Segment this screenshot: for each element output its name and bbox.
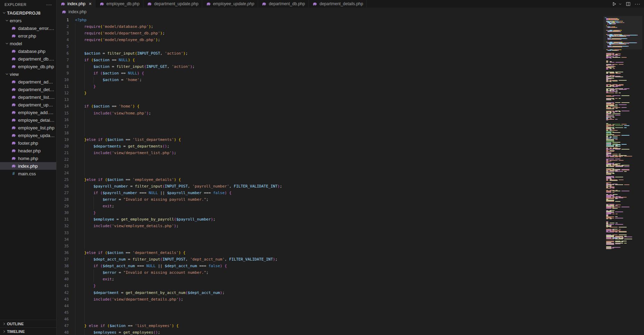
sidebar-item-footer-php[interactable]: footer.php (0, 139, 56, 147)
line-number[interactable]: 19 (57, 137, 69, 142)
line-number[interactable]: 15 (57, 111, 69, 115)
code-line[interactable]: 19 }else if ($action == 'list_department… (57, 136, 599, 143)
code-line[interactable]: 18 (57, 130, 599, 136)
line-number[interactable]: 1 (57, 18, 69, 22)
line-number[interactable]: 14 (57, 104, 69, 109)
line-number[interactable]: 13 (57, 97, 69, 102)
line-number[interactable]: 25 (57, 177, 69, 182)
line-number[interactable]: 17 (57, 124, 69, 129)
line-number[interactable]: 11 (57, 84, 69, 89)
line-number[interactable]: 26 (57, 184, 69, 189)
code-line[interactable]: 12 } (57, 90, 599, 96)
sidebar-item-model[interactable]: model (0, 40, 56, 47)
line-number[interactable]: 7 (57, 58, 69, 62)
code-line[interactable]: 13 (57, 96, 599, 103)
line-number[interactable]: 23 (57, 164, 69, 168)
line-number[interactable]: 20 (57, 144, 69, 149)
code-line[interactable]: 24 (57, 170, 599, 176)
tab-department-update-php[interactable]: department_update.php (143, 0, 202, 8)
sidebar-item-department-add-php[interactable]: department_add.php (0, 78, 56, 86)
code-line[interactable]: 7 if ($action == NULL) { (57, 57, 599, 63)
tab-employee-db-php[interactable]: employee_db.php (96, 0, 143, 8)
code-line[interactable]: 21 include('view/department_list.php'); (57, 150, 599, 156)
tab-department-db-php[interactable]: department_db.php (258, 0, 309, 8)
code-line[interactable]: 28 $error = "Invalid or missing payroll … (57, 196, 599, 203)
code-line[interactable]: 41 } (57, 282, 599, 289)
line-number[interactable]: 39 (57, 270, 69, 275)
code-line[interactable]: 14 if ($action == 'home') { (57, 103, 599, 110)
more-actions-icon[interactable]: ··· (46, 3, 52, 6)
code-line[interactable]: 40 exit; (57, 276, 599, 282)
code-line[interactable]: 39 $error = "Invalid or missing account … (57, 269, 599, 276)
code-line[interactable]: 11 } (57, 83, 599, 90)
code-editor[interactable]: 1<?php2 require('model/database.php');3 … (57, 16, 644, 335)
sidebar-item-employee-db-php[interactable]: employee_db.php (0, 63, 56, 70)
line-number[interactable]: 28 (57, 197, 69, 202)
line-number[interactable]: 27 (57, 191, 69, 195)
line-number[interactable]: 41 (57, 284, 69, 288)
code-line[interactable]: 26 $payroll_number = filter_input(INPUT_… (57, 183, 599, 190)
code-line[interactable]: 37 $dept_acct_num = filter_input(INPUT_P… (57, 256, 599, 263)
sidebar-item-home-php[interactable]: home.php (0, 154, 56, 162)
code-line[interactable]: 43 include('view/department_details.php'… (57, 296, 599, 303)
split-editor-button[interactable] (626, 2, 630, 6)
sidebar-item-error-php[interactable]: error.php (0, 32, 56, 40)
line-number[interactable]: 44 (57, 304, 69, 308)
code-line[interactable]: 8 $action = filter_input(INPUT_GET, 'act… (57, 63, 599, 70)
code-line[interactable]: 5 (57, 43, 599, 50)
line-number[interactable]: 47 (57, 324, 69, 328)
code-line[interactable]: 25 }else if ($action == 'employee_detail… (57, 176, 599, 183)
sidebar-item-department-db-php[interactable]: department_db.php (0, 55, 56, 63)
code-line[interactable]: 29 exit; (57, 203, 599, 209)
breadcrumb-item-file[interactable]: index.php (68, 9, 86, 14)
sidebar-item-main-css[interactable]: #main.css (0, 170, 56, 177)
code-line[interactable]: 44 (57, 303, 599, 309)
code-line[interactable]: 16 (57, 117, 599, 123)
code-line[interactable]: 15 include('view/home.php'); (57, 110, 599, 117)
timeline-panel-header[interactable]: TIMELINE (0, 327, 56, 335)
line-number[interactable]: 4 (57, 38, 69, 42)
code-line[interactable]: 3 require('model/department_db.php'); (57, 30, 599, 37)
line-number[interactable]: 32 (57, 224, 69, 228)
code-line[interactable]: 36 }else if ($action == 'department_deta… (57, 249, 599, 256)
line-number[interactable]: 36 (57, 250, 69, 255)
sidebar-root-folder[interactable]: TAGERDPROJ8 (0, 9, 56, 17)
code-line[interactable]: 46 (57, 316, 599, 322)
sidebar-item-department-list-php[interactable]: department_list.php (0, 93, 56, 101)
line-number[interactable]: 9 (57, 71, 69, 75)
close-icon[interactable]: ✕ (89, 2, 92, 6)
code-line[interactable]: 42 $department = get_department_by_acct_… (57, 289, 599, 296)
line-number[interactable]: 22 (57, 157, 69, 162)
sidebar-item-department-update[interactable]: department_update.... (0, 101, 56, 109)
line-number[interactable]: 48 (57, 330, 69, 335)
sidebar-item-index-php[interactable]: index.php (0, 162, 56, 170)
line-number[interactable]: 12 (57, 91, 69, 95)
sidebar-item-employee-details-php[interactable]: employee_details.php (0, 116, 56, 124)
line-number[interactable]: 10 (57, 78, 69, 82)
sidebar-item-database-error-php[interactable]: database_error.php (0, 24, 56, 32)
code-line[interactable]: 45 (57, 309, 599, 316)
code-line[interactable]: 47 } else if ($action == 'list_employees… (57, 322, 599, 329)
code-line[interactable]: 23 (57, 163, 599, 169)
line-number[interactable]: 42 (57, 290, 69, 295)
code-line[interactable]: 6 $action = filter_input(INPUT_POST, 'ac… (57, 50, 599, 57)
sidebar-item-employee-add-php[interactable]: employee_add.php (0, 109, 56, 116)
code-line[interactable]: 2 require('model/database.php'); (57, 23, 599, 30)
sidebar-item-view[interactable]: view (0, 70, 56, 78)
line-number[interactable]: 45 (57, 310, 69, 315)
code-line[interactable]: 38 if ($dept_acct_num === NULL || $dept_… (57, 263, 599, 269)
tab-employee-update-php[interactable]: employee_update.php (202, 0, 258, 8)
line-number[interactable]: 46 (57, 317, 69, 321)
code-line[interactable]: 48 $employees = get_employees(); (57, 329, 599, 335)
line-number[interactable]: 29 (57, 204, 69, 208)
run-dropdown-chevron[interactable] (619, 2, 622, 6)
sidebar-item-header-php[interactable]: header.php (0, 147, 56, 154)
line-number[interactable]: 3 (57, 31, 69, 35)
line-number[interactable]: 40 (57, 277, 69, 281)
code-line[interactable]: 4 require('model/employee_db.php'); (57, 37, 599, 43)
line-number[interactable]: 8 (57, 64, 69, 69)
code-line[interactable]: 9 if ($action == NULL) { (57, 70, 599, 77)
line-number[interactable]: 38 (57, 264, 69, 268)
line-number[interactable]: 16 (57, 118, 69, 122)
sidebar-item-errors[interactable]: errors (0, 17, 56, 24)
